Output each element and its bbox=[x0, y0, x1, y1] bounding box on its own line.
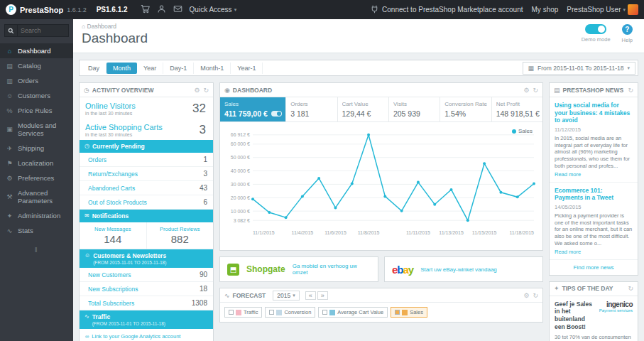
forecast-cart-value-chip[interactable]: Average Cart Value bbox=[318, 307, 388, 318]
refresh-icon[interactable]: ↻ bbox=[203, 87, 209, 94]
sidebar-search bbox=[4, 24, 69, 37]
forecast-traffic-chip[interactable]: Traffic bbox=[224, 307, 262, 318]
catalog-icon: ▤ bbox=[6, 63, 13, 70]
new-messages-stat[interactable]: New Messages 144 bbox=[80, 222, 146, 249]
gear-icon[interactable]: ⚙ bbox=[523, 87, 529, 94]
kpi-cart-value[interactable]: Cart Value 129,44 € bbox=[337, 97, 388, 121]
refresh-icon[interactable]: ↻ bbox=[628, 285, 633, 292]
ingenico-name: ingenico bbox=[596, 301, 633, 308]
marketplace-connect-link[interactable]: Connect to PrestaShop Marketplace accoun… bbox=[370, 4, 523, 15]
kpi-sales[interactable]: Sales 411 759,00 € bbox=[220, 97, 285, 121]
filter-year-button[interactable]: Year bbox=[137, 63, 163, 74]
sidebar-item-customers[interactable]: ☺ Customers bbox=[0, 88, 73, 103]
sidebar-item-stats[interactable]: ∿ Stats bbox=[0, 223, 73, 238]
user-menu[interactable]: PrestaShop User ▾ bbox=[567, 4, 638, 15]
sales-toggle-icon[interactable] bbox=[271, 111, 282, 117]
chevron-down-icon: ▾ bbox=[623, 7, 626, 13]
date-range-picker[interactable]: ▦ From 2015-11-01 To 2015-11-18 ▾ bbox=[523, 62, 635, 75]
refresh-icon[interactable]: ↻ bbox=[628, 87, 633, 94]
forecast-icon: ∿ bbox=[224, 292, 230, 299]
prestashop-news-panel: ▤ PRESTASHOP NEWS ↻ Using social media f… bbox=[549, 82, 638, 276]
refresh-icon[interactable]: ↻ bbox=[533, 87, 538, 94]
gear-icon[interactable]: ⚙ bbox=[194, 87, 200, 94]
read-more-link[interactable]: Read more bbox=[555, 249, 633, 255]
new-customers-row[interactable]: New Customers 90 bbox=[80, 268, 213, 282]
sidebar-item-shipping[interactable]: ✈ Shipping bbox=[0, 141, 73, 156]
customers-notification-icon[interactable] bbox=[157, 4, 166, 15]
refresh-icon[interactable]: ↻ bbox=[533, 292, 538, 299]
sidebar-item-dashboard[interactable]: ⌂ Dashboard bbox=[0, 43, 73, 58]
active-carts-metric[interactable]: Active Shopping Carts in the last 30 min… bbox=[80, 119, 213, 140]
ebay-link[interactable]: Start uw eBay-winkel vandaag bbox=[420, 266, 497, 273]
page-title: Dashboard bbox=[82, 31, 635, 46]
sidebar-item-orders[interactable]: ▥ Orders bbox=[0, 73, 73, 88]
forecast-sales-chip[interactable]: Sales bbox=[391, 307, 427, 318]
messages-notification-icon[interactable] bbox=[173, 4, 182, 15]
demo-mode-toggle[interactable] bbox=[585, 24, 606, 34]
svg-text:30 000 €: 30 000 € bbox=[231, 182, 250, 187]
home-icon: ⌂ bbox=[82, 23, 85, 30]
find-more-news-link[interactable]: Find more news bbox=[550, 260, 638, 275]
row-label: Total Subscribers bbox=[88, 300, 134, 307]
customers-newsletters-header: ☺ Customers & Newsletters (FROM 2015-11-… bbox=[80, 249, 213, 268]
sidebar-item-price-rules[interactable]: % Price Rules bbox=[0, 103, 73, 118]
gear-icon[interactable]: ⚙ bbox=[523, 292, 529, 299]
my-shop-link[interactable]: My shop bbox=[532, 6, 559, 13]
sidebar-item-preferences[interactable]: ⚙ Preferences bbox=[0, 170, 73, 185]
sidebar-item-administration[interactable]: ✦ Administration bbox=[0, 208, 73, 223]
out-of-stock-row[interactable]: Out of Stock Products 6 bbox=[80, 195, 213, 210]
product-reviews-stat[interactable]: Product Reviews 882 bbox=[146, 222, 214, 249]
filter-day-button[interactable]: Day bbox=[82, 63, 107, 74]
sidebar-item-catalog[interactable]: ▤ Catalog bbox=[0, 58, 73, 73]
kpi-label: Visits bbox=[393, 101, 435, 107]
new-subscriptions-row[interactable]: New Subscriptions 18 bbox=[80, 282, 213, 296]
total-subscribers-row[interactable]: Total Subscribers 1308 bbox=[80, 296, 213, 310]
user-avatar bbox=[628, 4, 638, 15]
sidebar-item-localization[interactable]: ⚑ Localization bbox=[0, 156, 73, 170]
help-icon[interactable]: ? bbox=[622, 24, 633, 35]
marketplace-link-label: Connect to PrestaShop Marketplace accoun… bbox=[382, 6, 523, 13]
kpi-orders[interactable]: Orders 3 181 bbox=[285, 97, 337, 121]
forecast-prev-button[interactable]: « bbox=[305, 291, 316, 300]
checkbox-icon bbox=[229, 310, 234, 315]
customers-title: Customers & Newsletters bbox=[93, 252, 166, 259]
abandoned-carts-row[interactable]: Abandoned Carts 43 bbox=[80, 181, 213, 195]
pending-returns-row[interactable]: Return/Exchanges 3 bbox=[80, 167, 213, 181]
tips-body-text: 30 tot 70% van de consumenten in Europa … bbox=[555, 334, 633, 341]
quick-access-menu[interactable]: Quick Access ▾ bbox=[190, 6, 237, 13]
sidebar-item-label: Orders bbox=[18, 77, 38, 85]
read-more-link[interactable]: Read more bbox=[555, 171, 633, 178]
svg-text:11/6/2015: 11/6/2015 bbox=[324, 230, 346, 235]
article-title-link[interactable]: Using social media for your business: 4 … bbox=[555, 102, 633, 124]
sidebar-item-modules[interactable]: ▣ Modules and Services bbox=[0, 118, 73, 141]
article-date: 11/12/2015 bbox=[555, 126, 633, 133]
collapse-sidebar-icon[interactable]: ‖ bbox=[0, 247, 73, 254]
filter-month-button[interactable]: Month bbox=[107, 63, 137, 74]
filter-year-1-button[interactable]: Year-1 bbox=[231, 63, 263, 74]
administration-icon: ✦ bbox=[6, 212, 13, 220]
traffic-swatch-icon bbox=[236, 310, 241, 315]
kpi-conversion-rate[interactable]: Conversion Rate 1.54% bbox=[440, 97, 491, 121]
clock-icon: ◷ bbox=[84, 143, 89, 150]
forecast-year-value: 2015 bbox=[277, 292, 290, 299]
forecast-conversion-chip[interactable]: Conversion bbox=[265, 307, 315, 318]
kpi-visits[interactable]: Visits 205 939 bbox=[388, 97, 440, 121]
shop-name[interactable]: PS1.6.1.2 bbox=[97, 6, 128, 13]
row-value: 3 bbox=[203, 170, 207, 178]
sidebar-item-advanced-parameters[interactable]: ⚒ Advanced Parameters bbox=[0, 185, 73, 208]
sales-swatch-icon bbox=[402, 310, 408, 315]
orders-notification-icon[interactable] bbox=[141, 4, 150, 15]
kpi-net-profit[interactable]: Net Profit 148 918,51 € bbox=[491, 97, 542, 121]
search-input[interactable] bbox=[17, 24, 69, 37]
google-analytics-link[interactable]: ∞ Link to your Google Analytics account bbox=[80, 329, 213, 341]
article-title-link[interactable]: Ecommerce 101: Payments in a Tweet bbox=[555, 187, 633, 202]
forecast-year-select[interactable]: 2015 ▾ bbox=[273, 291, 299, 301]
people-icon: ☺ bbox=[84, 252, 90, 259]
sales-chart-area: Sales 66 912 €60 000 €50 000 €40 000 €30… bbox=[220, 122, 542, 250]
forecast-next-button[interactable]: » bbox=[317, 291, 328, 300]
online-visitors-metric[interactable]: Online Visitors in the last 30 minutes 3… bbox=[80, 97, 213, 119]
shopgate-link[interactable]: Ga mobiel en verhoog uw omzet bbox=[293, 263, 371, 276]
filter-month-1-button[interactable]: Month-1 bbox=[194, 63, 231, 74]
pending-orders-row[interactable]: Orders 1 bbox=[80, 153, 213, 167]
filter-day-1-button[interactable]: Day-1 bbox=[163, 63, 194, 74]
